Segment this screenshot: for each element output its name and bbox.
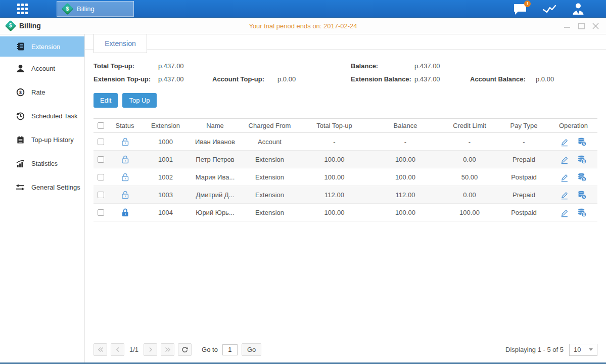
- page-indicator: 1/1: [129, 346, 138, 353]
- sidebar-item-topup-history[interactable]: Top-up History: [0, 128, 84, 152]
- sidebar-item-scheduled-task[interactable]: Scheduled Task: [0, 104, 84, 128]
- charged-from-cell: Account: [241, 138, 299, 146]
- row-checkbox[interactable]: [98, 156, 104, 163]
- pay-type-cell: Postpaid: [498, 173, 549, 181]
- col-credit-limit: Credit Limit: [441, 122, 498, 129]
- edit-row-icon[interactable]: [560, 172, 569, 182]
- charged-from-cell: Extension: [241, 156, 299, 163]
- first-page-button[interactable]: [94, 343, 107, 356]
- content-area: Total Top-up: p.437.00 Balance: p.437.00…: [85, 50, 606, 362]
- table-row: 1002Мария Ива...Extension100.00100.0050.…: [94, 168, 597, 186]
- messages-icon[interactable]: !: [513, 3, 527, 15]
- sidebar-item-rate[interactable]: $ Rate: [0, 80, 84, 104]
- edit-row-icon[interactable]: [560, 208, 569, 217]
- balance-cell: 100.00: [370, 156, 441, 163]
- account-person-icon: [16, 64, 25, 73]
- row-checkbox[interactable]: [98, 174, 104, 180]
- window-title-text: Billing: [19, 22, 41, 30]
- sidebar-item-extension[interactable]: Extension: [0, 36, 84, 57]
- sidebar-item-account[interactable]: Account: [0, 57, 84, 80]
- extension-table: Status Extension Name Charged From Total…: [94, 118, 597, 221]
- apps-grid-icon[interactable]: [17, 4, 28, 14]
- topup-row-icon[interactable]: $: [577, 208, 587, 217]
- sidebar-item-general-settings[interactable]: General Settings: [0, 175, 84, 199]
- goto-label: Go to: [202, 346, 218, 353]
- edit-row-icon[interactable]: [560, 190, 569, 200]
- lock-open-icon: [108, 190, 142, 200]
- row-checkbox[interactable]: [98, 139, 104, 145]
- topup-row-icon[interactable]: $: [577, 155, 587, 164]
- general-settings-sliders-icon: [16, 184, 25, 191]
- balance-cell: 112.00: [370, 191, 441, 199]
- close-button[interactable]: [592, 23, 599, 29]
- page-size-select[interactable]: 10: [569, 344, 597, 356]
- pay-type-cell: -: [498, 138, 549, 146]
- extension-cell: 1003: [142, 191, 190, 199]
- tab-extension[interactable]: Extension: [94, 34, 147, 53]
- billing-diamond-icon: $: [61, 3, 73, 15]
- trial-notice: Your trial period ends on: 2017-02-24: [0, 22, 606, 30]
- edit-row-icon[interactable]: [560, 137, 569, 147]
- balance-cell: 100.00: [370, 209, 441, 216]
- extension-topup-value: p.437.00: [158, 75, 212, 83]
- billing-diamond-icon: $: [5, 20, 17, 32]
- sidebar-item-statistics[interactable]: Statistics: [0, 152, 84, 175]
- sidebar-item-label: Scheduled Task: [31, 112, 78, 120]
- toolbar: Edit Top Up: [94, 93, 597, 108]
- refresh-button[interactable]: [178, 343, 192, 356]
- scheduled-task-clock-icon: [16, 112, 25, 120]
- svg-text:$: $: [583, 142, 585, 146]
- total-topup-cell: 100.00: [299, 209, 370, 216]
- topup-row-icon[interactable]: $: [577, 172, 587, 182]
- minimize-button[interactable]: [564, 23, 571, 29]
- balance-cell: -: [370, 138, 441, 146]
- statistics-chart-icon: [16, 159, 25, 168]
- sidebar-item-label: Statistics: [31, 160, 58, 167]
- row-checkbox[interactable]: [98, 192, 104, 198]
- table-row: 1000Иван ИвановAccount----$: [94, 133, 597, 151]
- app-tab-billing[interactable]: $ Billing: [57, 1, 134, 17]
- topup-row-icon[interactable]: $: [577, 190, 587, 200]
- sidebar-item-label: Extension: [31, 43, 60, 51]
- content-spacer: [94, 221, 597, 343]
- extension-ledger-icon: [16, 42, 25, 51]
- row-checkbox[interactable]: [98, 209, 104, 216]
- maximize-button[interactable]: [578, 23, 585, 29]
- extension-balance-label: Extension Balance:: [351, 75, 414, 83]
- next-page-button[interactable]: [144, 343, 157, 356]
- edit-button[interactable]: Edit: [94, 93, 118, 108]
- balance-label: Balance:: [351, 62, 414, 70]
- select-all-checkbox[interactable]: [98, 122, 104, 129]
- name-cell: Иван Иванов: [190, 138, 241, 146]
- summary-panel: Total Top-up: p.437.00 Balance: p.437.00…: [94, 62, 597, 83]
- charged-from-cell: Extension: [241, 191, 299, 199]
- lock-closed-icon: [108, 208, 142, 217]
- account-topup-label: Account Top-up:: [212, 75, 277, 83]
- goto-page-input[interactable]: [222, 344, 238, 355]
- topup-row-icon[interactable]: $: [577, 137, 587, 147]
- last-page-button[interactable]: [161, 343, 174, 356]
- col-charged-from: Charged From: [241, 122, 299, 129]
- go-button[interactable]: Go: [242, 343, 261, 356]
- sidebar-item-label: Top-up History: [31, 136, 74, 144]
- col-operation: Operation: [549, 122, 597, 129]
- charged-from-cell: Extension: [241, 173, 299, 181]
- table-row: 1004Юрий Юрь...Extension100.00100.00100.…: [94, 204, 597, 221]
- statistics-monitor-icon[interactable]: [542, 4, 556, 15]
- window-title: $ Billing: [7, 22, 41, 30]
- lock-open-icon: [108, 137, 142, 147]
- notification-badge: !: [524, 1, 531, 7]
- balance-cell: 100.00: [370, 173, 441, 181]
- svg-text:$: $: [19, 90, 22, 95]
- svg-text:$: $: [583, 213, 585, 217]
- table-header: Status Extension Name Charged From Total…: [94, 118, 597, 133]
- total-topup-value: p.437.00: [158, 62, 212, 70]
- top-app-bar: $ Billing !: [0, 0, 606, 18]
- operation-cell: $: [549, 172, 597, 182]
- prev-page-button[interactable]: [111, 343, 124, 356]
- main-panel: Extension Total Top-up: p.437.00 Balance…: [85, 34, 606, 362]
- table-row: 1003Дмитрий Д...Extension112.00112.000.0…: [94, 186, 597, 204]
- user-account-icon[interactable]: [572, 3, 585, 15]
- edit-row-icon[interactable]: [560, 155, 569, 164]
- topup-button[interactable]: Top Up: [122, 93, 156, 108]
